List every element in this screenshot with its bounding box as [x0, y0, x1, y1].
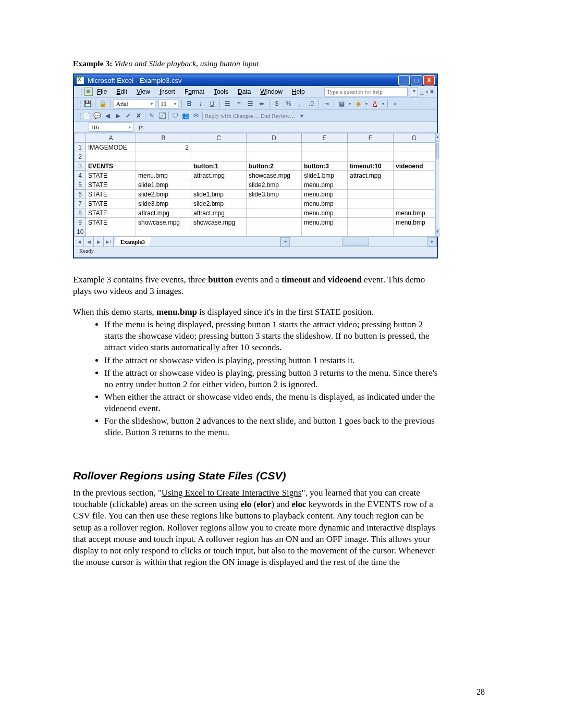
cell[interactable]: slide2.bmp	[191, 199, 247, 208]
cell[interactable]: slide1.bmp	[302, 171, 348, 180]
help-dropdown-icon[interactable]: ▾	[410, 87, 418, 96]
cell[interactable]: menu.bmp	[302, 180, 348, 190]
prev-comment-icon[interactable]: ◀	[103, 112, 112, 120]
column-header[interactable]: D	[247, 133, 302, 143]
minimize-button[interactable]: _	[398, 75, 410, 85]
cell[interactable]	[302, 227, 348, 237]
reply-changes-label[interactable]: Reply with Changes… End Review…	[205, 113, 296, 119]
table-row[interactable]: 1IMAGEMODE2	[75, 143, 435, 152]
sheet-tab[interactable]: Example3	[114, 237, 152, 246]
cell[interactable]	[247, 143, 302, 152]
cell[interactable]	[302, 152, 348, 162]
scroll-left-icon[interactable]: ◂	[280, 237, 290, 246]
cell[interactable]	[394, 152, 435, 162]
cell[interactable]: STATE	[86, 180, 136, 190]
cell[interactable]: slide2.bmp	[136, 190, 191, 199]
increase-decimal-icon[interactable]: .0	[307, 100, 315, 108]
tab-first-icon[interactable]: I◀	[74, 237, 84, 246]
font-size-combo[interactable]: 10▾	[158, 99, 178, 109]
cell[interactable]: IMAGEMODE	[86, 143, 136, 152]
cell[interactable]: menu.bmp	[302, 208, 348, 218]
cell[interactable]: EVENTS	[86, 162, 136, 171]
column-header[interactable]	[75, 133, 86, 143]
cell[interactable]: attract.mpg	[191, 208, 247, 218]
tab-last-icon[interactable]: ▶I	[104, 237, 114, 246]
row-header[interactable]: 5	[75, 180, 86, 190]
column-header[interactable]: C	[191, 133, 247, 143]
currency-icon[interactable]: $	[273, 100, 281, 108]
font-color-icon[interactable]: A	[371, 100, 379, 108]
toolbar-options-icon[interactable]: »	[391, 100, 399, 108]
menu-insert[interactable]: Insert	[160, 88, 175, 95]
cell[interactable]	[348, 227, 394, 237]
cell[interactable]: button:1	[191, 162, 247, 171]
row-header[interactable]: 3	[75, 162, 86, 171]
cell[interactable]: 2	[136, 143, 191, 152]
fx-icon[interactable]: fx	[139, 124, 143, 131]
table-row[interactable]: 7STATEslide3.bmpslide2.bmpmenu.bmp	[75, 199, 435, 208]
close-button[interactable]: X	[423, 75, 435, 85]
doc-restore-icon[interactable]: ▫	[426, 88, 428, 95]
scroll-right-icon[interactable]: ▸	[427, 237, 437, 246]
table-row[interactable]: 5STATEslide1.bmpslide2.bmpmenu.bmp	[75, 180, 435, 190]
underline-button[interactable]: U	[208, 100, 216, 108]
cell[interactable]	[394, 143, 435, 152]
row-header[interactable]: 7	[75, 199, 86, 208]
cell[interactable]: menu.bmp	[302, 190, 348, 199]
new-comment-icon[interactable]: 📄	[82, 112, 91, 120]
cell[interactable]	[394, 227, 435, 237]
menu-view[interactable]: View	[137, 88, 150, 95]
cell[interactable]: STATE	[86, 199, 136, 208]
cell[interactable]	[247, 152, 302, 162]
scroll-up-icon[interactable]: ▴	[436, 133, 439, 142]
borders-icon[interactable]: ▦	[337, 100, 346, 108]
horizontal-scrollbar[interactable]: ◂ ▸	[280, 237, 437, 246]
row-header[interactable]: 9	[75, 218, 86, 227]
font-name-combo[interactable]: Arial▾	[114, 99, 155, 109]
toolbar-handle-icon[interactable]: ⋮	[78, 88, 83, 95]
cell[interactable]: STATE	[86, 171, 136, 180]
cell[interactable]: timeout:10	[348, 162, 394, 171]
cell[interactable]	[247, 199, 302, 208]
tab-next-icon[interactable]: ▶	[94, 237, 104, 246]
cell[interactable]: slide1.bmp	[136, 180, 191, 190]
cell[interactable]	[348, 208, 394, 218]
cell[interactable]: showcase.mpg	[136, 218, 191, 227]
cell[interactable]: STATE	[86, 190, 136, 199]
scroll-down-icon[interactable]: ▾	[436, 228, 439, 237]
menu-tools[interactable]: Tools	[214, 88, 228, 95]
row-header[interactable]: 2	[75, 152, 86, 162]
cell[interactable]	[86, 152, 136, 162]
doc-close-icon[interactable]: ×	[430, 88, 434, 95]
table-row[interactable]: 8STATEattract.mpgattract.mpgmenu.bmpmenu…	[75, 208, 435, 218]
vertical-scrollbar[interactable]: ▴ ▾	[435, 133, 439, 237]
cell[interactable]	[247, 218, 302, 227]
italic-button[interactable]: I	[197, 100, 205, 108]
cell[interactable]: attract.mpg	[191, 171, 247, 180]
cell[interactable]: button:3	[302, 162, 348, 171]
cell[interactable]	[191, 227, 247, 237]
cell[interactable]	[191, 143, 247, 152]
maximize-button[interactable]: □	[411, 75, 422, 85]
toolbar-handle-icon[interactable]: ⋮	[77, 112, 80, 119]
cell[interactable]	[136, 162, 191, 171]
cell[interactable]: menu.bmp	[302, 199, 348, 208]
cell[interactable]: attract.mpg	[348, 171, 394, 180]
toolbar-handle-icon[interactable]: ⋮	[77, 100, 80, 107]
permissions-icon[interactable]: 🔒	[99, 100, 107, 108]
protect-icon[interactable]: 🛡	[171, 112, 179, 120]
cell[interactable]	[348, 199, 394, 208]
menu-help[interactable]: Help	[292, 88, 305, 95]
align-center-icon[interactable]: ≡	[235, 100, 243, 108]
percent-icon[interactable]: %	[284, 100, 292, 108]
cell[interactable]	[394, 171, 435, 180]
cell[interactable]: slide3.bmp	[136, 199, 191, 208]
row-header[interactable]: 8	[75, 208, 86, 218]
share-icon[interactable]: 👥	[181, 112, 190, 120]
cell[interactable]: showcase.mpg	[191, 218, 247, 227]
show-comment-icon[interactable]: 💬	[93, 112, 101, 120]
table-row[interactable]: 9STATEshowcase.mpgshowcase.mpgmenu.bmpme…	[75, 218, 435, 227]
column-header[interactable]: G	[394, 133, 435, 143]
indent-icon[interactable]: ⇥	[322, 100, 331, 108]
menu-edit[interactable]: Edit	[116, 88, 127, 95]
